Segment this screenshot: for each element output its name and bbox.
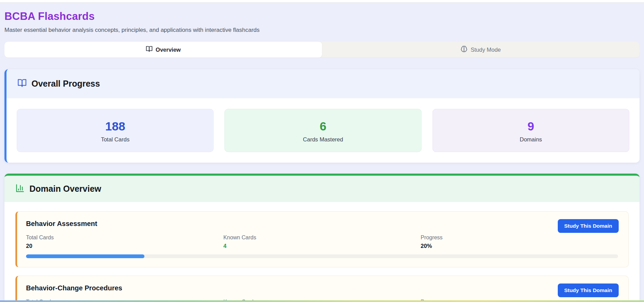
cards-mastered-value: 6 <box>228 119 417 133</box>
page-subtitle: Master essential behavior analysis conce… <box>4 27 640 34</box>
domain-stat-total: Total Cards 20 <box>26 235 223 249</box>
domains-label: Domains <box>436 136 626 143</box>
stats-row: 188 Total Cards 6 Cards Mastered 9 Domai… <box>7 98 640 163</box>
stat-card-domains: 9 Domains <box>433 109 629 152</box>
progress-bar-track <box>26 254 618 258</box>
domain-overview-section: Domain Overview Behavior Assessment Stud… <box>4 174 640 302</box>
cards-mastered-label: Cards Mastered <box>228 136 417 143</box>
domain-stat-progress: Progress 20% <box>421 235 618 249</box>
domain-stats: Total Cards 20 Known Cards 4 Progress 20… <box>26 235 618 249</box>
tab-study-mode-label: Study Mode <box>471 47 501 53</box>
total-cards-label: Total Cards <box>26 235 223 241</box>
domain-title: Behavior-Change Procedures <box>26 284 618 292</box>
domain-overview-title: Domain Overview <box>29 184 101 194</box>
total-cards-value: 20 <box>26 243 223 249</box>
top-edge-strip <box>0 0 644 3</box>
domain-list: Behavior Assessment Study This Domain To… <box>4 202 640 302</box>
total-cards-label: Total Cards <box>21 136 210 143</box>
tab-overview-label: Overview <box>156 47 181 53</box>
total-cards-value: 188 <box>21 119 210 133</box>
domain-title: Behavior Assessment <box>26 220 618 228</box>
stat-card-cards-mastered: 6 Cards Mastered <box>224 109 421 152</box>
tab-overview[interactable]: Overview <box>4 42 322 58</box>
overall-progress-section: Overall Progress 188 Total Cards 6 Cards… <box>4 69 640 163</box>
tab-bar: Overview Study Mode <box>4 42 640 58</box>
progress-value: 20% <box>421 243 618 249</box>
overall-progress-header: Overall Progress <box>7 69 640 98</box>
study-this-domain-button[interactable]: Study This Domain <box>558 219 619 233</box>
domains-value: 9 <box>436 119 626 133</box>
domain-stat-known: Known Cards 4 <box>223 235 421 249</box>
book-open-icon <box>17 78 27 89</box>
stat-card-total-cards: 188 Total Cards <box>17 109 214 152</box>
book-open-icon <box>146 46 153 54</box>
domain-overview-header: Domain Overview <box>4 176 640 202</box>
progress-label: Progress <box>421 235 618 241</box>
main-container: BCBA Flashcards Master essential behavio… <box>0 3 644 302</box>
brain-icon <box>461 46 467 54</box>
overall-progress-title: Overall Progress <box>31 79 100 89</box>
tab-study-mode[interactable]: Study Mode <box>322 42 640 58</box>
known-cards-value: 4 <box>223 243 421 249</box>
study-this-domain-button[interactable]: Study This Domain <box>558 284 619 297</box>
domain-card-behavior-change-procedures: Behavior-Change Procedures Study This Do… <box>15 276 629 302</box>
page-title: BCBA Flashcards <box>4 10 640 23</box>
bottom-edge-strip <box>0 300 644 302</box>
domain-card-behavior-assessment: Behavior Assessment Study This Domain To… <box>15 211 629 267</box>
known-cards-label: Known Cards <box>223 235 421 241</box>
progress-bar-fill <box>26 254 144 258</box>
bar-chart-icon <box>15 184 25 194</box>
page-header: BCBA Flashcards Master essential behavio… <box>4 10 640 34</box>
